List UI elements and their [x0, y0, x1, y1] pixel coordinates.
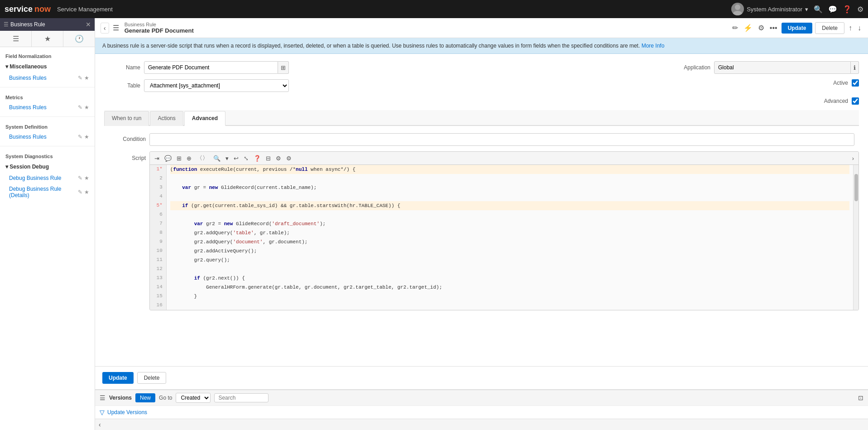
script-btn-settings[interactable]: ⚙ — [274, 154, 283, 163]
script-btn-fullscreen[interactable]: ⤡ — [242, 154, 250, 163]
sidebar-item-metrics-br[interactable]: Business Rules ✎ ★ — [4, 102, 91, 113]
sidebar-item-label: Debug Business Rule (Details) — [9, 186, 78, 198]
script-container: ⇥ 💬 ⊞ ⊕ 〈〉 🔍 ▾ ↩ ⤡ ❓ ⊟ ⚙ ⚙ — [149, 151, 859, 310]
star-icon[interactable]: ★ — [84, 134, 89, 140]
application-info-btn[interactable]: ℹ — [851, 61, 859, 74]
code-line: (function executeRule(current, previous … — [170, 165, 849, 174]
sidebar-star-icon[interactable]: ★ — [32, 31, 63, 47]
delete-button[interactable]: Delete — [815, 22, 844, 34]
sidebar-menu-icon[interactable]: ☰ — [0, 31, 32, 47]
pencil-icon-btn[interactable]: ✏ — [731, 22, 739, 34]
versions-menu-icon[interactable]: ☰ — [100, 394, 106, 401]
user-menu[interactable]: System Administrator ▾ — [731, 3, 808, 15]
tab-when-to-run[interactable]: When to run — [104, 111, 149, 126]
star-icon[interactable]: ★ — [84, 75, 89, 81]
edit-icon[interactable]: ✎ — [78, 104, 82, 111]
script-btn-search[interactable]: 🔍 — [211, 154, 222, 163]
edit-icon[interactable]: ✎ — [78, 175, 82, 181]
code-content[interactable]: (function executeRule(current, previous … — [167, 165, 853, 310]
line-number: 5* — [153, 201, 163, 210]
script-btn-table[interactable]: ⊟ — [264, 154, 273, 163]
star-icon[interactable]: ★ — [84, 104, 89, 111]
condition-input[interactable] — [149, 133, 854, 146]
versions-select[interactable]: Created — [176, 393, 211, 403]
bottom-update-button[interactable]: Update — [102, 372, 134, 384]
search-icon[interactable]: 🔍 — [814, 5, 823, 14]
application-input[interactable] — [714, 61, 851, 74]
sidebar-item-system-definition-br[interactable]: Business Rules ✎ ★ — [4, 131, 91, 142]
code-line: if (gr.get(current.table_sys_id) && gr.t… — [170, 201, 849, 210]
arrow-up-btn[interactable]: ↑ — [847, 23, 854, 34]
script-btn-snippet[interactable]: ⊞ — [175, 154, 183, 163]
tab-content-advanced: Condition Script ⇥ 💬 ⊞ ⊕ 〈〉 � — [104, 126, 859, 318]
sidebar-section-system-definition: System Definition Business Rules ✎ ★ — [0, 118, 95, 145]
chevron-down-icon: ▾ — [805, 6, 808, 13]
versions-expand-icon[interactable]: ⊡ — [858, 394, 863, 401]
script-btn-expand-left[interactable]: ⇥ — [153, 154, 161, 163]
sidebar-item-debug-br[interactable]: Debug Business Rule ✎ ★ — [4, 173, 91, 184]
sidebar-filter: ☰ ✕ — [0, 18, 95, 31]
form-header-info: Business Rule Generate PDF Document — [125, 22, 194, 34]
section-session-debug[interactable]: ▾ Session Debug — [4, 161, 91, 173]
script-btn-more[interactable]: ⚙ — [284, 154, 293, 163]
section-miscellaneous[interactable]: ▾ Miscellaneous — [4, 61, 91, 72]
code-area[interactable]: 1*2345*6789101112131415161718*1920212223… — [150, 165, 858, 310]
script-btn-help[interactable]: ❓ — [252, 154, 263, 163]
new-version-button[interactable]: New — [135, 393, 155, 402]
script-btn-expand[interactable]: › — [850, 154, 856, 163]
update-versions-link[interactable]: Update Versions — [107, 409, 147, 416]
advanced-checkbox[interactable] — [852, 97, 859, 105]
arrow-down-btn[interactable]: ↓ — [856, 23, 863, 34]
script-btn-arrow-down[interactable]: ▾ — [224, 154, 230, 163]
sliders-icon-btn[interactable]: ⚙ — [757, 22, 766, 34]
logo-now: now — [34, 5, 51, 14]
form-header: ‹ ☰ Business Rule Generate PDF Document … — [95, 18, 868, 38]
pulse-icon-btn[interactable]: ⚡ — [742, 22, 754, 34]
script-btn-insert[interactable]: ⊕ — [185, 154, 193, 163]
more-options-btn[interactable]: ••• — [768, 23, 779, 34]
code-line: gr2.addActiveQuery(); — [170, 246, 849, 256]
hamburger-icon[interactable]: ☰ — [113, 24, 119, 32]
chat-icon[interactable]: 💬 — [828, 5, 837, 14]
sidebar-item-field-normalization-br[interactable]: Business Rules ✎ ★ — [4, 72, 91, 83]
code-line — [170, 301, 849, 310]
filter-clear-icon[interactable]: ✕ — [86, 21, 91, 28]
application-label: Application — [674, 64, 710, 71]
script-btn-code2[interactable]: 〈〉 — [195, 153, 210, 163]
update-button[interactable]: Update — [782, 23, 813, 34]
sidebar-item-debug-br-details[interactable]: Debug Business Rule (Details) ✎ ★ — [4, 184, 91, 201]
edit-icon[interactable]: ✎ — [78, 75, 82, 81]
table-select[interactable]: Attachment [sys_attachment] — [144, 79, 289, 92]
filter-icon: ☰ — [4, 21, 9, 28]
name-input[interactable] — [144, 61, 278, 74]
help-icon[interactable]: ❓ — [843, 5, 852, 14]
sidebar-filter-input[interactable] — [10, 21, 84, 28]
versions-bar-right: ⊡ — [858, 394, 863, 401]
scrollbar-vertical[interactable] — [853, 165, 858, 310]
name-field-icon-btn[interactable]: ⊞ — [278, 61, 289, 74]
settings-icon[interactable]: ⚙ — [857, 5, 863, 14]
line-number: 12 — [153, 265, 163, 274]
bottom-nav-left-btn[interactable]: ‹ — [97, 420, 103, 429]
sidebar-clock-icon[interactable]: 🕐 — [63, 31, 95, 47]
edit-icon[interactable]: ✎ — [78, 189, 82, 195]
sidebar-section-metrics: Metrics Business Rules ✎ ★ — [0, 88, 95, 116]
active-checkbox[interactable] — [852, 79, 859, 87]
condition-label: Condition — [104, 133, 149, 142]
tab-advanced[interactable]: Advanced — [184, 111, 225, 126]
more-info-link[interactable]: More Info — [642, 43, 665, 49]
edit-icon[interactable]: ✎ — [78, 134, 82, 140]
star-icon[interactable]: ★ — [84, 189, 89, 195]
script-btn-undo[interactable]: ↩ — [232, 154, 240, 163]
star-icon[interactable]: ★ — [84, 175, 89, 181]
name-label: Name — [104, 64, 140, 71]
tab-actions[interactable]: Actions — [150, 111, 183, 126]
tabs: When to run Actions Advanced — [104, 110, 859, 126]
code-line — [170, 210, 849, 219]
code-line: GeneralHRForm.generate(gr.table, gr.docu… — [170, 283, 849, 292]
versions-search-input[interactable] — [214, 393, 269, 402]
bottom-delete-button[interactable]: Delete — [137, 372, 167, 384]
script-btn-comment[interactable]: 💬 — [163, 154, 173, 163]
nav-back-button[interactable]: ‹ — [101, 23, 109, 34]
form-row-name: Name ⊞ Application ℹ — [104, 61, 859, 74]
